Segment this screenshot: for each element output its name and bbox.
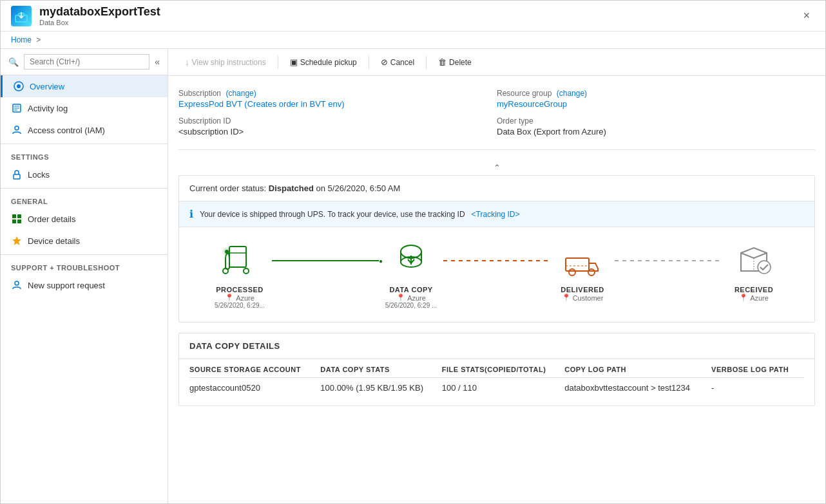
step-data-copy: [379, 240, 443, 281]
sidebar-item-overview-label: Overview: [30, 82, 64, 91]
svg-point-29: [588, 269, 595, 275]
processed-label: PROCESSED: [207, 286, 272, 294]
toolbar-divider-1: [278, 56, 278, 69]
svg-point-8: [15, 126, 19, 130]
cell-file-stats: 100 / 110: [442, 378, 564, 396]
app-icon: [11, 6, 32, 26]
settings-section-label: Settings: [1, 147, 168, 163]
cancel-button[interactable]: ⊘ Cancel: [374, 54, 421, 70]
resource-group-value[interactable]: myResourceGroup: [497, 99, 810, 109]
data-copy-label: DATA COPY: [379, 286, 443, 294]
sidebar: 🔍 « Overview Activity log: [1, 49, 168, 503]
received-location: Azure: [750, 294, 769, 302]
cell-copy-log[interactable]: databoxbvttestaccount > test1234: [564, 378, 711, 396]
svg-point-19: [244, 268, 249, 274]
delete-icon: 🗑: [438, 57, 447, 67]
sidebar-item-access-control[interactable]: Access control (IAM): [1, 119, 168, 141]
sidebar-item-activity-log-label: Activity log: [28, 104, 68, 113]
search-icon: 🔍: [8, 57, 19, 67]
chevron-up-icon: ⌃: [494, 163, 501, 173]
sidebar-item-activity-log[interactable]: Activity log: [1, 97, 168, 119]
order-type-cell: Order type Data Box (Export from Azure): [497, 114, 815, 142]
pin-icon-delivered: 📍: [562, 294, 571, 302]
resource-group-label: Resource group: [497, 89, 552, 98]
sidebar-item-locks[interactable]: Locks: [1, 163, 168, 185]
sidebar-item-new-support-label: New support request: [28, 281, 105, 290]
view-ship-instructions-button[interactable]: ↓ View ship instructions: [178, 54, 273, 70]
cell-stats: 100.00% (1.95 KB/1.95 KB): [320, 378, 441, 396]
resource-group-change-link[interactable]: (change): [557, 89, 587, 98]
processed-sublabel: 📍 Azure: [207, 294, 272, 302]
collapse-sidebar-button[interactable]: «: [155, 57, 160, 67]
divider-support: [1, 254, 168, 255]
svg-rect-11: [17, 214, 21, 218]
general-section-label: General: [1, 191, 168, 208]
sidebar-item-overview[interactable]: Overview: [1, 75, 168, 97]
delete-button[interactable]: 🗑 Delete: [432, 54, 478, 70]
received-icon: [735, 240, 773, 281]
step-data-copy-labels: DATA COPY 📍 Azure 5/26/2020, 6:29 ...: [379, 286, 443, 309]
step-received-labels: RECEIVED 📍 Azure: [722, 286, 786, 309]
info-icon: ℹ: [189, 208, 193, 220]
access-control-icon: [11, 124, 23, 136]
data-copy-sublabel: 📍 Azure: [379, 294, 443, 302]
svg-point-3: [17, 84, 21, 88]
progress-section: ●: [179, 227, 814, 322]
data-copy-details-header: DATA COPY DETAILS: [179, 333, 814, 359]
subscription-value[interactable]: ExpressPod BVT (Creates order in BVT env…: [178, 99, 492, 109]
locks-icon: [11, 169, 23, 180]
overview-section: Subscription (change) ExpressPod BVT (Cr…: [168, 76, 825, 416]
calendar-icon: ▣: [290, 57, 298, 67]
received-sublabel: 📍 Azure: [722, 294, 786, 302]
sidebar-item-access-control-label: Access control (IAM): [28, 126, 105, 135]
status-text: Dispatched: [269, 183, 314, 193]
divider-general: [1, 188, 168, 189]
close-button[interactable]: ×: [798, 6, 815, 25]
cancel-icon: ⊘: [381, 57, 388, 67]
pin-icon-received: 📍: [739, 294, 748, 302]
cell-source: gptestaccount0520: [189, 378, 320, 396]
sidebar-item-locks-label: Locks: [28, 170, 50, 180]
order-details-icon: [11, 213, 23, 225]
order-type-label: Order type: [497, 117, 810, 126]
search-input[interactable]: [24, 54, 149, 70]
sidebar-item-device-details-label: Device details: [28, 236, 80, 246]
svg-rect-12: [12, 219, 16, 223]
pin-icon-processed: 📍: [225, 294, 234, 302]
app-subtitle: Data Box: [39, 19, 160, 26]
step-processed: [207, 240, 272, 281]
col-stats: DATA COPY STATS: [320, 359, 441, 378]
top-bar: mydataboxExportTest Data Box ×: [1, 1, 825, 32]
svg-point-31: [758, 261, 771, 274]
tracking-id-link[interactable]: <Tracking ID>: [472, 210, 520, 219]
subscription-id-cell: Subscription ID <subscription ID>: [178, 114, 497, 142]
delivered-location: Customer: [573, 294, 604, 302]
schedule-pickup-button[interactable]: ▣ Schedule pickup: [283, 54, 363, 70]
resource-group-cell: Resource group (change) myResourceGroup: [497, 86, 815, 114]
sidebar-item-new-support[interactable]: New support request: [1, 274, 168, 296]
subscription-change-link[interactable]: (change): [226, 89, 256, 98]
activity-log-icon: [11, 102, 23, 114]
processed-date: 5/26/2020, 6:29...: [207, 302, 272, 309]
subscription-id-value: <subscription ID>: [178, 127, 492, 136]
pin-icon-data-copy: 📍: [396, 294, 405, 302]
breadcrumb: Home >: [1, 32, 825, 49]
col-copy-log: COPY LOG PATH: [564, 359, 711, 378]
support-section-label: Support + troubleshoot: [1, 257, 168, 274]
sidebar-item-device-details[interactable]: Device details: [1, 230, 168, 252]
banner-text: Your device is shipped through UPS. To t…: [200, 210, 465, 219]
subscription-cell: Subscription (change) ExpressPod BVT (Cr…: [178, 86, 497, 114]
col-file-stats: FILE STATS(COPIED/TOTAL): [442, 359, 564, 378]
step-delivered: [550, 240, 615, 281]
data-copy-date: 5/26/2020, 6:29 ...: [379, 302, 443, 309]
collapse-info-button[interactable]: ⌃: [178, 160, 815, 175]
connector-1: ●: [272, 260, 379, 261]
sidebar-item-order-details[interactable]: Order details: [1, 208, 168, 230]
download-icon: ↓: [185, 57, 189, 67]
app-title: mydataboxExportTest: [39, 5, 160, 19]
processed-icon: [220, 240, 259, 281]
info-banner: ℹ Your device is shipped through UPS. To…: [179, 201, 814, 227]
breadcrumb-home[interactable]: Home: [11, 35, 32, 44]
status-prefix: Current order status:: [189, 183, 266, 193]
info-grid: Subscription (change) ExpressPod BVT (Cr…: [178, 86, 815, 150]
